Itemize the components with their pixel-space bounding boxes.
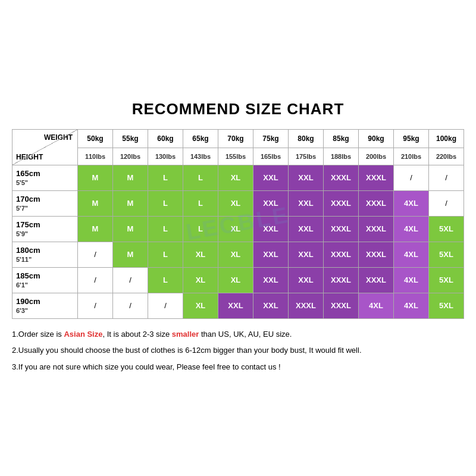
col-header-80kg: 80kg	[289, 129, 324, 148]
col-header-65kg: 65kg	[183, 129, 218, 148]
col-header-220lbs: 220lbs	[429, 148, 464, 165]
size-cell: XL	[218, 165, 253, 190]
size-cell: XXL	[289, 216, 324, 242]
table-row: 165cm5'5" M M L L XL XXL XXL XXXL XXXL /…	[12, 165, 464, 190]
size-cell: L	[148, 242, 183, 267]
col-header-50kg: 50kg	[78, 129, 113, 148]
note-3: 3.If you are not sure which size you cou…	[12, 360, 464, 374]
header-row-1: WEIGHT HEIGHT 50kg 55kg 60kg 65kg 70kg 7…	[12, 129, 464, 148]
col-header-90kg: 90kg	[359, 129, 394, 148]
col-header-143lbs: 143lbs	[183, 148, 218, 165]
size-cell: /	[78, 293, 113, 318]
size-cell: M	[78, 165, 113, 190]
size-cell: XXXL	[289, 293, 324, 318]
main-container: RECOMMEND SIZE CHART LECBLE WEIGHT HEIGH…	[6, 94, 470, 382]
col-header-55kg: 55kg	[113, 129, 148, 148]
size-cell: M	[78, 190, 113, 216]
col-header-75kg: 75kg	[253, 129, 289, 148]
size-cell: L	[148, 190, 183, 216]
size-cell: /	[429, 190, 464, 216]
table-wrapper: LECBLE WEIGHT HEIGHT 50kg 55kg 60kg 65kg…	[12, 129, 464, 319]
size-cell: XXL	[289, 165, 324, 190]
size-cell: XXL	[289, 242, 324, 267]
col-header-175lbs: 175lbs	[289, 148, 324, 165]
size-cell: L	[148, 165, 183, 190]
notes-section: 1.Order size is Asian Size, It is about …	[12, 327, 464, 374]
row-header-170: 170cm5'7"	[12, 190, 78, 216]
size-cell: /	[148, 293, 183, 318]
col-header-100kg: 100kg	[429, 129, 464, 148]
size-cell: XXL	[289, 190, 324, 216]
size-cell: 5XL	[429, 293, 464, 318]
size-cell: XXL	[253, 190, 289, 216]
size-cell: XXL	[289, 267, 324, 293]
size-cell: XXL	[253, 293, 289, 318]
size-cell: XXXL	[324, 190, 359, 216]
col-header-110lbs: 110lbs	[78, 148, 113, 165]
col-header-188lbs: 188lbs	[324, 148, 359, 165]
col-header-60kg: 60kg	[148, 129, 183, 148]
size-chart-table: WEIGHT HEIGHT 50kg 55kg 60kg 65kg 70kg 7…	[12, 129, 464, 319]
note-2: 2.Usually you should choose the bust of …	[12, 343, 464, 357]
row-header-180: 180cm5'11"	[12, 242, 78, 267]
weight-label: WEIGHT	[44, 133, 73, 142]
size-cell: M	[113, 242, 148, 267]
note-1: 1.Order size is Asian Size, It is about …	[12, 327, 464, 341]
size-cell: XXXL	[359, 165, 394, 190]
size-cell: M	[113, 190, 148, 216]
size-cell: XXL	[253, 242, 289, 267]
size-cell: L	[183, 190, 218, 216]
col-header-120lbs: 120lbs	[113, 148, 148, 165]
size-cell: XL	[183, 293, 218, 318]
size-cell: 4XL	[394, 190, 429, 216]
note-1-smaller: smaller	[172, 330, 199, 339]
size-cell: XXL	[253, 216, 289, 242]
table-row: 190cm6'3" / / / XL XXL XXL XXXL XXXL 4XL…	[12, 293, 464, 318]
col-header-130lbs: 130lbs	[148, 148, 183, 165]
size-cell: 5XL	[429, 242, 464, 267]
size-cell: XL	[183, 267, 218, 293]
size-cell: L	[148, 267, 183, 293]
size-cell: XL	[218, 267, 253, 293]
size-cell: XXXL	[324, 267, 359, 293]
height-label: HEIGHT	[16, 153, 43, 161]
table-row: 175cm5'9" M M L L XL XXL XXL XXXL XXXL 4…	[12, 216, 464, 242]
size-cell: XXXL	[359, 190, 394, 216]
size-cell: 4XL	[394, 267, 429, 293]
size-cell: /	[113, 267, 148, 293]
size-cell: M	[113, 165, 148, 190]
row-header-190: 190cm6'3"	[12, 293, 78, 318]
col-header-85kg: 85kg	[324, 129, 359, 148]
size-cell: XXL	[218, 293, 253, 318]
size-cell: 4XL	[359, 293, 394, 318]
col-header-95kg: 95kg	[394, 129, 429, 148]
size-cell: XL	[218, 190, 253, 216]
size-cell: /	[113, 293, 148, 318]
diagonal-header-cell: WEIGHT HEIGHT	[12, 129, 78, 165]
col-header-155lbs: 155lbs	[218, 148, 253, 165]
size-cell: XXXL	[359, 267, 394, 293]
size-cell: 4XL	[394, 242, 429, 267]
size-cell: XL	[183, 242, 218, 267]
size-cell: L	[183, 165, 218, 190]
size-cell: XXXL	[359, 242, 394, 267]
row-header-185: 185cm6'1"	[12, 267, 78, 293]
size-cell: 4XL	[394, 293, 429, 318]
size-cell: XXXL	[324, 165, 359, 190]
table-row: 185cm6'1" / / L XL XL XXL XXL XXXL XXXL …	[12, 267, 464, 293]
size-cell: /	[394, 165, 429, 190]
chart-title: RECOMMEND SIZE CHART	[12, 100, 464, 118]
size-cell: /	[78, 267, 113, 293]
size-cell: XXL	[253, 165, 289, 190]
size-cell: L	[148, 216, 183, 242]
table-row: 170cm5'7" M M L L XL XXL XXL XXXL XXXL 4…	[12, 190, 464, 216]
col-header-210lbs: 210lbs	[394, 148, 429, 165]
size-cell: M	[113, 216, 148, 242]
header-row-2: 110lbs 120lbs 130lbs 143lbs 155lbs 165lb…	[12, 148, 464, 165]
col-header-200lbs: 200lbs	[359, 148, 394, 165]
size-cell: M	[78, 216, 113, 242]
col-header-70kg: 70kg	[218, 129, 253, 148]
size-cell: XXXL	[324, 216, 359, 242]
note-1-asian-size: Asian Size	[64, 330, 102, 339]
row-header-165: 165cm5'5"	[12, 165, 78, 190]
